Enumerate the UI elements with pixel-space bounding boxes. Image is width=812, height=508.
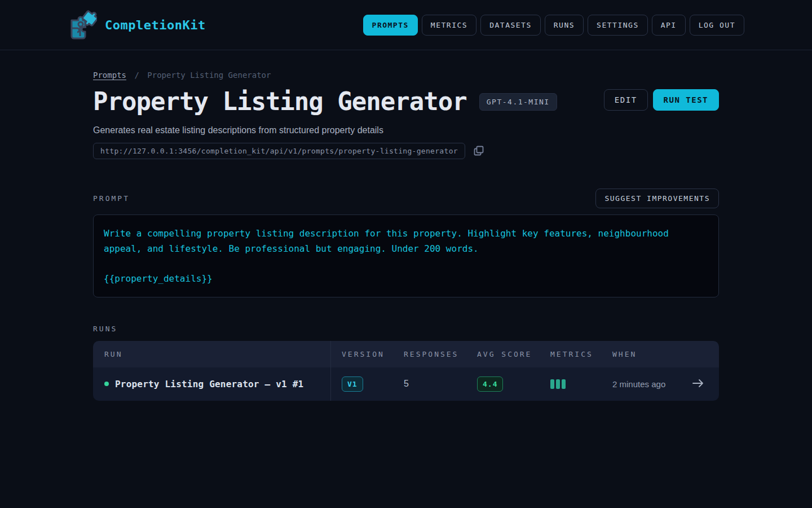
prompt-body-box: Write a compelling property listing desc… bbox=[93, 214, 719, 297]
metrics-bars-icon[interactable] bbox=[540, 379, 602, 389]
copy-url-button[interactable] bbox=[474, 146, 484, 156]
brand-name: CompletionKit bbox=[105, 18, 206, 32]
nav-item-settings[interactable]: SETTINGS bbox=[588, 15, 648, 36]
avg-score-badge: 4.4 bbox=[477, 376, 503, 392]
nav-item-datasets[interactable]: DATASETS bbox=[480, 15, 541, 36]
version-badge: V1 bbox=[342, 376, 363, 392]
prompt-description: Generates real estate listing descriptio… bbox=[93, 125, 719, 135]
runs-section-label: RUNS bbox=[93, 325, 719, 333]
title-row: Property Listing Generator GPT-4.1-MINI … bbox=[93, 87, 719, 116]
nav-item-runs[interactable]: RUNS bbox=[545, 15, 584, 36]
main-nav: PROMPTS METRICS DATASETS RUNS SETTINGS A… bbox=[363, 15, 744, 36]
breadcrumb: Prompts / Property Listing Generator bbox=[93, 71, 719, 80]
nav-item-metrics[interactable]: METRICS bbox=[422, 15, 476, 36]
col-header-metrics: METRICS bbox=[540, 350, 602, 358]
prompt-section-label: PROMPT bbox=[93, 194, 130, 203]
run-status-dot bbox=[104, 382, 109, 386]
title-group: Property Listing Generator GPT-4.1-MINI bbox=[93, 87, 557, 116]
brand: CompletionKit bbox=[68, 10, 206, 40]
endpoint-url: http://127.0.0.1:3456/completion_kit/api… bbox=[93, 143, 465, 159]
run-name-cell: Property Listing Generator — v1 #1 bbox=[93, 367, 331, 401]
runs-table-header: RUN VERSION RESPONSES AVG SCORE METRICS … bbox=[93, 341, 719, 367]
nav-item-api[interactable]: API bbox=[652, 15, 686, 36]
runs-table: RUN VERSION RESPONSES AVG SCORE METRICS … bbox=[93, 341, 719, 401]
col-header-responses: RESPONSES bbox=[393, 350, 466, 358]
run-table-row[interactable]: Property Listing Generator — v1 #1 V1 5 … bbox=[93, 367, 719, 401]
page-title: Property Listing Generator bbox=[93, 87, 467, 116]
col-header-run: RUN bbox=[93, 341, 331, 367]
run-version-cell: V1 bbox=[331, 376, 393, 392]
breadcrumb-current: Property Listing Generator bbox=[147, 71, 271, 80]
col-header-when: WHEN bbox=[602, 350, 692, 358]
run-test-button[interactable]: RUN TEST bbox=[653, 89, 719, 111]
breadcrumb-separator: / bbox=[134, 71, 139, 80]
runs-section: RUNS RUN VERSION RESPONSES AVG SCORE MET… bbox=[93, 325, 719, 401]
metric-bar bbox=[550, 379, 554, 389]
prompt-section: PROMPT SUGGEST IMPROVEMENTS Write a comp… bbox=[93, 189, 719, 297]
col-header-avg-score: AVG SCORE bbox=[466, 350, 540, 358]
nav-item-prompts[interactable]: PROMPTS bbox=[363, 15, 418, 36]
run-open-arrow-icon[interactable] bbox=[692, 378, 719, 390]
col-header-version: VERSION bbox=[331, 350, 393, 358]
prompt-variable-text: {{property_details}} bbox=[104, 271, 708, 286]
run-score-cell: 4.4 bbox=[466, 376, 540, 392]
run-when-cell: 2 minutes ago bbox=[602, 379, 692, 389]
run-name: Property Listing Generator — v1 #1 bbox=[115, 379, 303, 389]
breadcrumb-prompts-link[interactable]: Prompts bbox=[93, 71, 126, 80]
prompt-body-text: Write a compelling property listing desc… bbox=[104, 226, 708, 256]
metric-bar bbox=[562, 379, 566, 389]
copy-icon bbox=[474, 146, 484, 156]
suggest-improvements-button[interactable]: SUGGEST IMPROVEMENTS bbox=[595, 189, 719, 208]
metric-bar bbox=[556, 379, 560, 389]
endpoint-url-row: http://127.0.0.1:3456/completion_kit/api… bbox=[93, 143, 719, 159]
logo-puzzle-icon bbox=[68, 10, 97, 40]
edit-button[interactable]: EDIT bbox=[604, 89, 648, 111]
nav-item-logout[interactable]: LOG OUT bbox=[690, 15, 744, 36]
run-responses-cell: 5 bbox=[393, 379, 466, 389]
prompt-section-header: PROMPT SUGGEST IMPROVEMENTS bbox=[93, 189, 719, 209]
title-actions: EDIT RUN TEST bbox=[604, 89, 719, 111]
model-badge: GPT-4.1-MINI bbox=[479, 93, 557, 111]
main-content: Prompts / Property Listing Generator Pro… bbox=[0, 71, 812, 401]
top-header: CompletionKit PROMPTS METRICS DATASETS R… bbox=[0, 0, 812, 50]
